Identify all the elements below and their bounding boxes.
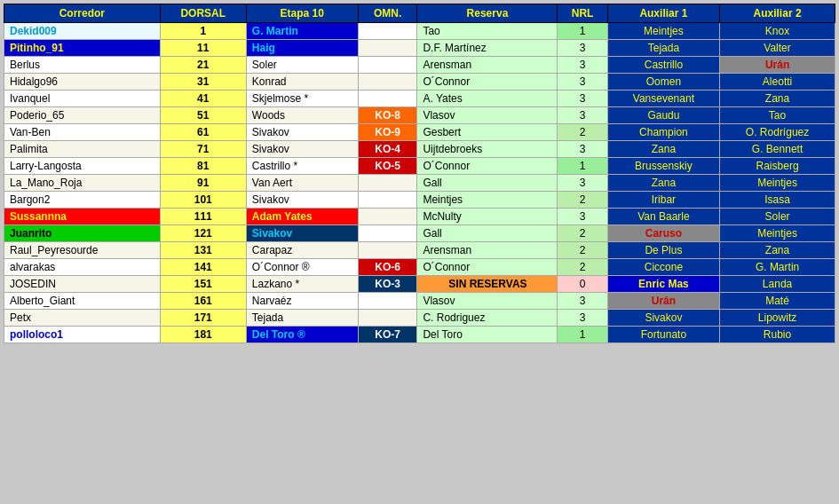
dorsal-cell: 71 [160, 141, 246, 158]
aux1-cell: Vansevenant [607, 91, 719, 107]
reserva-cell: Tao [417, 23, 558, 40]
omn-cell: KO-6 [358, 259, 417, 276]
dorsal-cell: 101 [160, 192, 246, 209]
aux1-cell: De Plus [607, 242, 719, 259]
dorsal-cell: 121 [160, 225, 246, 242]
col-header-aux1: Auxiliar 1 [607, 4, 719, 23]
table-row: Petx171TejadaC. Rodriguez3SivakovLipowit… [4, 310, 835, 327]
nrl-cell: 0 [558, 276, 607, 293]
aux2-cell: G. Martin [720, 259, 835, 276]
col-header-corredor: Corredor [4, 4, 161, 23]
table-row: Poderio_6551WoodsKO-8Vlasov3GauduTao [4, 107, 835, 124]
reserva-cell: O´Connor [417, 74, 558, 91]
nrl-cell: 3 [558, 310, 607, 327]
aux2-cell: Lipowitz [720, 310, 835, 327]
omn-cell [358, 225, 417, 242]
aux1-cell: Castrillo [607, 57, 719, 74]
omn-cell: KO-8 [358, 107, 417, 124]
dorsal-cell: 91 [160, 175, 246, 192]
aux2-cell: Meintjes [720, 225, 835, 242]
aux1-cell: Tejada [607, 40, 719, 57]
reserva-cell: Vlasov [417, 293, 558, 310]
aux2-cell: Aleotti [720, 74, 835, 91]
table-row: Pitinho_9111HaigD.F. Martínez3TejadaValt… [4, 40, 835, 57]
aux2-cell: Knox [720, 23, 835, 40]
dorsal-cell: 171 [160, 310, 246, 327]
corredor-cell: JOSEDIN [4, 276, 161, 293]
corredor-cell: Bargon2 [4, 192, 161, 209]
etapa-cell: Woods [246, 107, 358, 124]
corredor-cell: Palimita [4, 141, 161, 158]
dorsal-cell: 11 [160, 40, 246, 57]
reserva-cell: Gesbert [417, 124, 558, 141]
etapa-cell: Van Aert [246, 175, 358, 192]
etapa-cell: Konrad [246, 74, 358, 91]
etapa-cell: Lazkano * [246, 276, 358, 293]
table-row: JOSEDIN151Lazkano *KO-3SIN RESERVAS0Enri… [4, 276, 835, 293]
nrl-cell: 3 [558, 57, 607, 74]
corredor-cell: polloloco1 [4, 327, 161, 343]
aux1-cell: Oomen [607, 74, 719, 91]
dorsal-cell: 31 [160, 74, 246, 91]
etapa-cell: Adam Yates [246, 209, 358, 225]
nrl-cell: 1 [558, 23, 607, 40]
reserva-cell: Arensman [417, 242, 558, 259]
corredor-cell: alvarakas [4, 259, 161, 276]
omn-cell [358, 74, 417, 91]
nrl-cell: 1 [558, 158, 607, 175]
table-body: Dekid0091G. MartinTao1MeintjesKnoxPitinh… [4, 23, 835, 343]
aux1-cell: Sivakov [607, 310, 719, 327]
table-row: Van-Ben61SivakovKO-9Gesbert2ChampionO. R… [4, 124, 835, 141]
corredor-cell: Larry-Langosta [4, 158, 161, 175]
corredor-cell: Berlus [4, 57, 161, 74]
dorsal-cell: 151 [160, 276, 246, 293]
omn-cell: KO-4 [358, 141, 417, 158]
table-row: Larry-Langosta81Castrillo *KO-5O´Connor1… [4, 158, 835, 175]
aux1-cell: Meintjes [607, 23, 719, 40]
col-header-nrl: NRL [558, 4, 607, 23]
corredor-cell: Van-Ben [4, 124, 161, 141]
reserva-cell: Vlasov [417, 107, 558, 124]
omn-cell [358, 23, 417, 40]
omn-cell: KO-3 [358, 276, 417, 293]
nrl-cell: 3 [558, 209, 607, 225]
table-row: Alberto_Giant161NarvaézVlasov3UránMaté [4, 293, 835, 310]
omn-cell [358, 40, 417, 57]
nrl-cell: 2 [558, 192, 607, 209]
nrl-cell: 3 [558, 107, 607, 124]
col-header-etapa: Etapa 10 [246, 4, 358, 23]
dorsal-cell: 21 [160, 57, 246, 74]
table-row: Raul_Peyresourde131CarapazArensman2De Pl… [4, 242, 835, 259]
col-header-omn: OMN. [358, 4, 417, 23]
etapa-cell: Sivakov [246, 141, 358, 158]
etapa-cell: G. Martin [246, 23, 358, 40]
nrl-cell: 3 [558, 40, 607, 57]
dorsal-cell: 41 [160, 91, 246, 107]
aux2-cell: Rubio [720, 327, 835, 343]
etapa-cell: Soler [246, 57, 358, 74]
nrl-cell: 3 [558, 293, 607, 310]
corredor-cell: Raul_Peyresourde [4, 242, 161, 259]
corredor-cell: La_Mano_Roja [4, 175, 161, 192]
corredor-cell: Petx [4, 310, 161, 327]
table-row: Berlus21SolerArensman3CastrilloUrán [4, 57, 835, 74]
aux2-cell: O. Rodríguez [720, 124, 835, 141]
corredor-cell: Poderio_65 [4, 107, 161, 124]
nrl-cell: 2 [558, 124, 607, 141]
table-row: Ivanquel41Skjelmose *A. Yates3Vansevenan… [4, 91, 835, 107]
nrl-cell: 3 [558, 74, 607, 91]
aux1-cell: Zana [607, 175, 719, 192]
dorsal-cell: 131 [160, 242, 246, 259]
aux1-cell: Fortunato [607, 327, 719, 343]
etapa-cell: Haig [246, 40, 358, 57]
aux2-cell: Zana [720, 91, 835, 107]
table-header: Corredor DORSAL Etapa 10 OMN. Reserva NR… [4, 4, 835, 23]
dorsal-cell: 61 [160, 124, 246, 141]
reserva-cell: D.F. Martínez [417, 40, 558, 57]
etapa-cell: Skjelmose * [246, 91, 358, 107]
table-row: Dekid0091G. MartinTao1MeintjesKnox [4, 23, 835, 40]
nrl-cell: 2 [558, 225, 607, 242]
aux1-cell: Iribar [607, 192, 719, 209]
dorsal-cell: 51 [160, 107, 246, 124]
aux1-cell: Champion [607, 124, 719, 141]
